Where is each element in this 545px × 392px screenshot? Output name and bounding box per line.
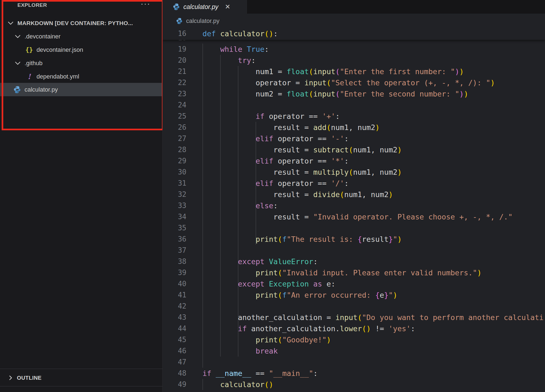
line-number: 48	[163, 368, 186, 379]
code-token: result =	[202, 190, 313, 199]
code-line-29[interactable]: 29 elif operator == '*':	[163, 155, 545, 167]
code-token: "Invalid input. Please enter valid numbe…	[282, 269, 477, 277]
chevron-down-icon	[7, 20, 14, 27]
code-line-26[interactable]: 26 result = add(num1, num2)	[163, 122, 545, 133]
code-line-34[interactable]: 34 result = "Invalid operator. Please ch…	[163, 211, 545, 222]
code-text: except ValueError:	[202, 256, 318, 267]
code-token: "Do you want to perform another calculat…	[362, 313, 543, 322]
code-line-45[interactable]: 45 print("Goodbye!")	[163, 334, 545, 345]
code-token: )	[366, 324, 371, 333]
code-token: while	[220, 45, 242, 53]
code-line-28[interactable]: 28 result = subtract(num1, num2)	[163, 144, 545, 155]
code-line-47[interactable]: 47	[163, 357, 545, 368]
breadcrumb-item[interactable]: calculator.py	[186, 17, 219, 25]
code-token	[202, 269, 256, 277]
code-line-24[interactable]: 24	[163, 99, 545, 111]
code-line-33[interactable]: 33 else:	[163, 200, 545, 211]
code-token: f	[282, 235, 287, 243]
code-line-30[interactable]: 30 result = multiply(num1, num2)	[163, 167, 545, 178]
code-line-37[interactable]: 37	[163, 245, 545, 256]
line-number: 25	[163, 111, 186, 122]
tree-item-calculator-py[interactable]: calculator.py	[0, 83, 162, 96]
code-viewport[interactable]: 171819 while True:20 try:21 num1 = float…	[163, 28, 545, 392]
code-token: ValueError	[269, 257, 313, 266]
code-line-38[interactable]: 38 except ValueError:	[163, 256, 545, 267]
code-line-35[interactable]: 35	[163, 222, 545, 234]
code-token: elif	[256, 179, 273, 188]
code-token: :	[273, 201, 278, 210]
code-line-43[interactable]: 43 another_calculation = input("Do you w…	[163, 312, 545, 323]
chevron-down-icon	[14, 33, 21, 40]
code-line-40[interactable]: 40 except Exception as e:	[163, 278, 545, 290]
section-outline[interactable]: OUTLINE	[0, 369, 162, 387]
code-token: subtract	[313, 146, 349, 154]
code-line-21[interactable]: 21 num1 = float(input("Enter the first n…	[163, 66, 545, 77]
code-token: input	[313, 67, 335, 76]
section-timeline[interactable]: TIMELINE	[0, 386, 162, 392]
code-line-49[interactable]: 49 calculator()	[163, 379, 545, 390]
code-token: )	[491, 79, 495, 87]
tree-item-devcontainer-json[interactable]: {}devcontainer.json	[0, 43, 162, 56]
tab-bar: calculator.py ✕	[163, 0, 545, 14]
code-token: except	[238, 257, 265, 266]
code-token: print	[256, 336, 278, 344]
code-line-27[interactable]: 27 elif operator == '-':	[163, 133, 545, 144]
section-label: OUTLINE	[17, 375, 42, 381]
more-actions-icon[interactable]: ···	[141, 0, 150, 8]
code-line-48[interactable]: 48if __name__ == "__main__":	[163, 368, 545, 379]
sticky-line[interactable]: 16 def calculator():	[163, 28, 545, 40]
line-number: 35	[163, 222, 186, 234]
code-token: "Select the operator (+, -, *, /): "	[331, 79, 490, 87]
code-line-32[interactable]: 32 result = divide(num1, num2)	[163, 189, 545, 200]
code-line-39[interactable]: 39 print("Invalid input. Please enter va…	[163, 267, 545, 278]
code-token: '*'	[331, 157, 344, 165]
code-line-20[interactable]: 20 try:	[163, 55, 545, 66]
code-line-22[interactable]: 22 operator = input("Select the operator…	[163, 77, 545, 88]
close-icon[interactable]: ✕	[225, 4, 230, 10]
code-token: num2 =	[202, 90, 287, 98]
code-line-25[interactable]: 25 if operator == '+':	[163, 111, 545, 122]
code-line-46[interactable]: 46 break	[163, 345, 545, 357]
code-token: :	[344, 134, 349, 143]
tree-item-label: calculator.py	[25, 86, 58, 93]
code-token: print	[256, 235, 278, 243]
line-number: 33	[163, 200, 186, 211]
code-line-42[interactable]: 42	[163, 301, 545, 312]
code-line-50[interactable]: 50	[163, 390, 545, 392]
line-number: 40	[163, 278, 186, 290]
code-token	[216, 29, 220, 38]
code-token: (	[309, 67, 313, 76]
line-number: 50	[163, 390, 186, 392]
tree-item--devcontainer[interactable]: .devcontainer	[0, 30, 162, 43]
code-token: def	[202, 29, 216, 38]
code-token: )	[455, 67, 459, 76]
code-token	[202, 324, 238, 333]
code-line-23[interactable]: 23 num2 = float(input("Enter the second …	[163, 88, 545, 99]
code-token: num1, num2	[353, 168, 398, 176]
code-line-31[interactable]: 31 elif operator == '/':	[163, 178, 545, 189]
code-token: __name__	[216, 369, 251, 378]
code-token: operator ==	[273, 157, 331, 165]
code-token: multiply	[313, 168, 349, 176]
code-token: :	[411, 324, 415, 333]
code-token	[202, 336, 256, 344]
code-token	[309, 280, 313, 288]
code-token: "	[389, 291, 393, 299]
code-line-19[interactable]: 19 while True:	[163, 44, 545, 55]
tree-item-dependabot-yml[interactable]: !dependabot.yml	[0, 70, 162, 83]
code-token: add	[313, 123, 326, 132]
code-token	[202, 291, 256, 299]
code-token: "The result is:	[287, 235, 358, 243]
code-token: )	[459, 90, 464, 98]
code-line-41[interactable]: 41 print(f"An error occurred: {e}")	[163, 290, 545, 301]
tree-item--github[interactable]: .github	[0, 56, 162, 70]
tree-item-markdown-dev-container-pytho-[interactable]: MARKDOWN [DEV CONTAINER: PYTHO...	[0, 16, 162, 30]
tree-item-label: devcontainer.json	[37, 46, 83, 53]
tab-calculator-py[interactable]: calculator.py ✕	[163, 0, 247, 14]
code-token: (	[358, 313, 362, 322]
code-token: if	[202, 369, 211, 378]
code-line-44[interactable]: 44 if another_calculation.lower() != 'ye…	[163, 323, 545, 334]
code-line-36[interactable]: 36 print(f"The result is: {result}")	[163, 234, 545, 245]
code-token: '-'	[331, 134, 344, 143]
python-icon	[176, 17, 183, 25]
